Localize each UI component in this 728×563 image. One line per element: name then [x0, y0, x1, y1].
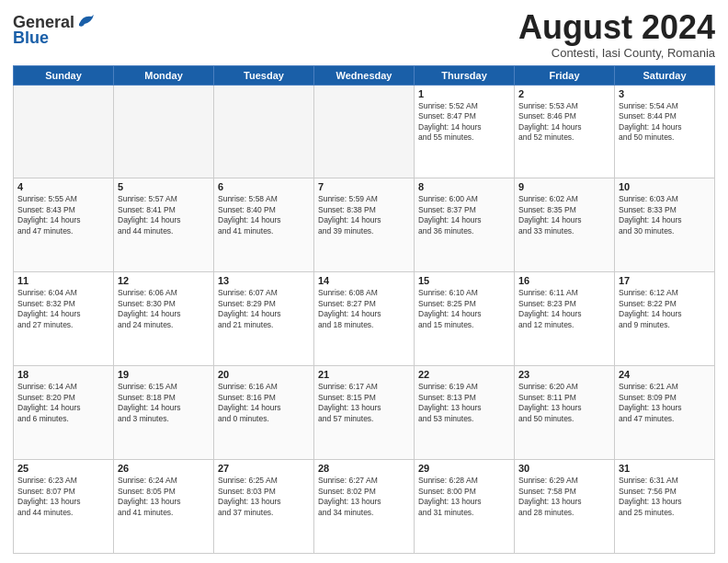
day-number: 5	[118, 181, 210, 192]
day-info: Sunrise: 6:02 AM Sunset: 8:35 PM Dayligh…	[518, 194, 610, 236]
day-number: 28	[318, 463, 410, 474]
day-info: Sunrise: 6:24 AM Sunset: 8:05 PM Dayligh…	[118, 476, 210, 518]
calendar-cell	[114, 85, 214, 178]
day-number: 25	[17, 463, 109, 474]
calendar-cell: 21Sunrise: 6:17 AM Sunset: 8:15 PM Dayli…	[314, 366, 415, 460]
day-info: Sunrise: 6:29 AM Sunset: 7:58 PM Dayligh…	[518, 476, 610, 518]
day-info: Sunrise: 5:52 AM Sunset: 8:47 PM Dayligh…	[418, 101, 510, 144]
day-info: Sunrise: 5:53 AM Sunset: 8:46 PM Dayligh…	[518, 101, 610, 144]
calendar-cell: 8Sunrise: 6:00 AM Sunset: 8:37 PM Daylig…	[415, 178, 515, 272]
calendar-table: SundayMondayTuesdayWednesdayThursdayFrid…	[13, 65, 715, 554]
calendar-cell: 23Sunrise: 6:20 AM Sunset: 8:11 PM Dayli…	[515, 366, 615, 460]
day-number: 23	[518, 369, 610, 380]
calendar-cell: 9Sunrise: 6:02 AM Sunset: 8:35 PM Daylig…	[515, 178, 615, 272]
weekday-header-saturday: Saturday	[615, 65, 715, 85]
week-row-5: 25Sunrise: 6:23 AM Sunset: 8:07 PM Dayli…	[14, 460, 715, 554]
day-info: Sunrise: 6:19 AM Sunset: 8:13 PM Dayligh…	[418, 382, 510, 424]
calendar-cell	[214, 85, 314, 178]
calendar-cell: 3Sunrise: 5:54 AM Sunset: 8:44 PM Daylig…	[615, 85, 715, 178]
day-info: Sunrise: 6:20 AM Sunset: 8:11 PM Dayligh…	[518, 382, 610, 424]
calendar-cell: 4Sunrise: 5:55 AM Sunset: 8:43 PM Daylig…	[14, 178, 114, 272]
day-number: 20	[218, 369, 310, 380]
day-number: 26	[118, 463, 210, 474]
day-number: 24	[619, 369, 711, 380]
day-number: 4	[17, 181, 109, 192]
calendar-cell: 6Sunrise: 5:58 AM Sunset: 8:40 PM Daylig…	[214, 178, 314, 272]
day-info: Sunrise: 5:59 AM Sunset: 8:38 PM Dayligh…	[318, 194, 410, 236]
calendar-cell	[14, 85, 114, 178]
day-info: Sunrise: 6:12 AM Sunset: 8:22 PM Dayligh…	[619, 288, 711, 330]
header: General Blue August 2024 Contesti, Iasi …	[13, 9, 715, 60]
calendar-cell: 1Sunrise: 5:52 AM Sunset: 8:47 PM Daylig…	[415, 85, 515, 178]
calendar-cell: 17Sunrise: 6:12 AM Sunset: 8:22 PM Dayli…	[615, 272, 715, 366]
calendar-cell: 30Sunrise: 6:29 AM Sunset: 7:58 PM Dayli…	[515, 460, 615, 554]
day-info: Sunrise: 5:54 AM Sunset: 8:44 PM Dayligh…	[619, 101, 711, 144]
title-block: August 2024 Contesti, Iasi County, Roman…	[518, 9, 715, 60]
day-info: Sunrise: 6:07 AM Sunset: 8:29 PM Dayligh…	[218, 288, 310, 330]
day-info: Sunrise: 6:14 AM Sunset: 8:20 PM Dayligh…	[17, 382, 109, 424]
weekday-header-row: SundayMondayTuesdayWednesdayThursdayFrid…	[14, 65, 715, 85]
calendar-cell: 10Sunrise: 6:03 AM Sunset: 8:33 PM Dayli…	[615, 178, 715, 272]
calendar-cell: 25Sunrise: 6:23 AM Sunset: 8:07 PM Dayli…	[14, 460, 114, 554]
weekday-header-wednesday: Wednesday	[314, 65, 415, 85]
calendar-cell: 27Sunrise: 6:25 AM Sunset: 8:03 PM Dayli…	[214, 460, 314, 554]
calendar-cell: 29Sunrise: 6:28 AM Sunset: 8:00 PM Dayli…	[415, 460, 515, 554]
calendar-cell: 7Sunrise: 5:59 AM Sunset: 8:38 PM Daylig…	[314, 178, 415, 272]
calendar-cell: 5Sunrise: 5:57 AM Sunset: 8:41 PM Daylig…	[114, 178, 214, 272]
day-info: Sunrise: 6:15 AM Sunset: 8:18 PM Dayligh…	[118, 382, 210, 424]
day-number: 1	[418, 88, 510, 99]
day-info: Sunrise: 6:11 AM Sunset: 8:23 PM Dayligh…	[518, 288, 610, 330]
calendar-cell: 31Sunrise: 6:31 AM Sunset: 7:56 PM Dayli…	[615, 460, 715, 554]
calendar-cell: 24Sunrise: 6:21 AM Sunset: 8:09 PM Dayli…	[615, 366, 715, 460]
day-number: 8	[418, 181, 510, 192]
calendar-cell: 19Sunrise: 6:15 AM Sunset: 8:18 PM Dayli…	[114, 366, 214, 460]
day-number: 31	[619, 463, 711, 474]
week-row-4: 18Sunrise: 6:14 AM Sunset: 8:20 PM Dayli…	[14, 366, 715, 460]
day-number: 29	[418, 463, 510, 474]
logo: General Blue	[13, 13, 96, 48]
day-info: Sunrise: 6:10 AM Sunset: 8:25 PM Dayligh…	[418, 288, 510, 330]
calendar-cell: 18Sunrise: 6:14 AM Sunset: 8:20 PM Dayli…	[14, 366, 114, 460]
day-number: 30	[518, 463, 610, 474]
day-info: Sunrise: 5:57 AM Sunset: 8:41 PM Dayligh…	[118, 194, 210, 236]
day-number: 19	[118, 369, 210, 380]
day-info: Sunrise: 6:28 AM Sunset: 8:00 PM Dayligh…	[418, 476, 510, 518]
day-number: 7	[318, 181, 410, 192]
week-row-3: 11Sunrise: 6:04 AM Sunset: 8:32 PM Dayli…	[14, 272, 715, 366]
day-number: 16	[518, 275, 610, 286]
day-info: Sunrise: 5:55 AM Sunset: 8:43 PM Dayligh…	[17, 194, 109, 236]
day-info: Sunrise: 6:00 AM Sunset: 8:37 PM Dayligh…	[418, 194, 510, 236]
weekday-header-monday: Monday	[114, 65, 214, 85]
weekday-header-thursday: Thursday	[415, 65, 515, 85]
day-number: 13	[218, 275, 310, 286]
day-info: Sunrise: 6:25 AM Sunset: 8:03 PM Dayligh…	[218, 476, 310, 518]
week-row-2: 4Sunrise: 5:55 AM Sunset: 8:43 PM Daylig…	[14, 178, 715, 272]
day-number: 3	[619, 88, 711, 99]
day-info: Sunrise: 6:23 AM Sunset: 8:07 PM Dayligh…	[17, 476, 109, 518]
day-number: 9	[518, 181, 610, 192]
calendar-cell: 14Sunrise: 6:08 AM Sunset: 8:27 PM Dayli…	[314, 272, 415, 366]
location: Contesti, Iasi County, Romania	[518, 46, 715, 60]
week-row-1: 1Sunrise: 5:52 AM Sunset: 8:47 PM Daylig…	[14, 85, 715, 178]
calendar-cell	[314, 85, 415, 178]
day-number: 14	[318, 275, 410, 286]
day-info: Sunrise: 6:03 AM Sunset: 8:33 PM Dayligh…	[619, 194, 711, 236]
day-info: Sunrise: 6:21 AM Sunset: 8:09 PM Dayligh…	[619, 382, 711, 424]
calendar-cell: 26Sunrise: 6:24 AM Sunset: 8:05 PM Dayli…	[114, 460, 214, 554]
month-title: August 2024	[518, 9, 715, 46]
day-info: Sunrise: 5:58 AM Sunset: 8:40 PM Dayligh…	[218, 194, 310, 236]
day-number: 18	[17, 369, 109, 380]
calendar-cell: 28Sunrise: 6:27 AM Sunset: 8:02 PM Dayli…	[314, 460, 415, 554]
day-number: 12	[118, 275, 210, 286]
weekday-header-sunday: Sunday	[14, 65, 114, 85]
calendar-cell: 12Sunrise: 6:06 AM Sunset: 8:30 PM Dayli…	[114, 272, 214, 366]
day-info: Sunrise: 6:16 AM Sunset: 8:16 PM Dayligh…	[218, 382, 310, 424]
calendar-cell: 22Sunrise: 6:19 AM Sunset: 8:13 PM Dayli…	[415, 366, 515, 460]
day-number: 10	[619, 181, 711, 192]
day-number: 22	[418, 369, 510, 380]
day-info: Sunrise: 6:08 AM Sunset: 8:27 PM Dayligh…	[318, 288, 410, 330]
calendar-cell: 2Sunrise: 5:53 AM Sunset: 8:46 PM Daylig…	[515, 85, 615, 178]
logo-bird-icon	[75, 13, 96, 29]
calendar-cell: 16Sunrise: 6:11 AM Sunset: 8:23 PM Dayli…	[515, 272, 615, 366]
day-info: Sunrise: 6:17 AM Sunset: 8:15 PM Dayligh…	[318, 382, 410, 424]
